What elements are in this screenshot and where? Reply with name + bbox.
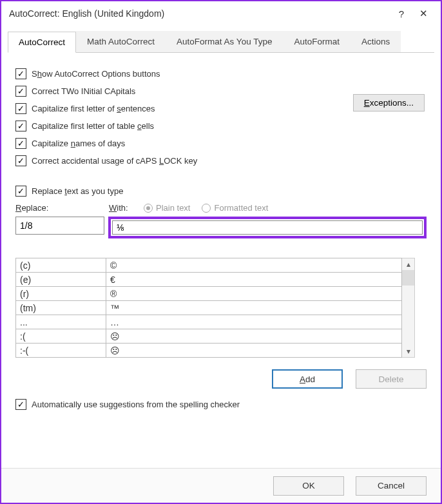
table-row[interactable]: (tm)™ — [16, 301, 402, 315]
table-row[interactable]: (r)® — [16, 287, 402, 301]
close-button[interactable]: ✕ — [412, 4, 434, 23]
window-title: AutoCorrect: English (United Kingdom) — [9, 8, 390, 19]
table-row[interactable]: ...… — [16, 315, 402, 329]
with-input-highlight — [108, 217, 427, 238]
with-input[interactable] — [112, 220, 423, 235]
option-capitalize-days[interactable]: Capitalize names of days — [15, 138, 427, 149]
tab-autoformat[interactable]: AutoFormat — [283, 31, 351, 52]
option-show-autocorrect-buttons[interactable]: Show AutoCorrect Options buttons — [15, 68, 427, 79]
dialog-content: Show AutoCorrect Options buttons Correct… — [1, 53, 441, 423]
tab-math-autocorrect[interactable]: Math AutoCorrect — [76, 31, 166, 52]
exceptions-button[interactable]: Exceptions... — [353, 94, 425, 111]
checkbox-icon — [15, 186, 26, 197]
table-row[interactable]: :-(☹ — [16, 344, 402, 358]
replace-with-header: Replace: With: Plain text Formatted text — [15, 203, 427, 213]
scroll-up-icon[interactable]: ▴ — [407, 258, 410, 270]
ok-button[interactable]: OK — [273, 476, 344, 496]
tab-autoformat-as-you-type[interactable]: AutoFormat As You Type — [166, 31, 283, 52]
tab-actions[interactable]: Actions — [351, 31, 401, 52]
checkbox-icon — [15, 121, 26, 131]
tab-autocorrect[interactable]: AutoCorrect — [8, 32, 76, 53]
tab-bar: AutoCorrect Math AutoCorrect AutoFormat … — [8, 31, 434, 53]
option-caps-lock[interactable]: Correct accidental usage of cAPS LOCK ke… — [15, 155, 427, 166]
option-capitalize-table-cells[interactable]: Capitalize first letter of table cells — [15, 121, 427, 131]
radio-icon — [144, 204, 153, 213]
radio-formatted-text: Formatted text — [202, 203, 268, 213]
option-replace-text[interactable]: Replace text as you type — [15, 186, 427, 197]
checkbox-icon — [15, 138, 26, 149]
add-button[interactable]: Add — [272, 369, 343, 389]
option-auto-suggestions[interactable]: Automatically use suggestions from the s… — [15, 399, 427, 410]
replace-label: Replace: — [15, 203, 109, 213]
title-bar: AutoCorrect: English (United Kingdom) ? … — [1, 1, 441, 26]
table-row[interactable]: :(☹ — [16, 329, 402, 344]
table-row[interactable]: (e)€ — [16, 273, 402, 287]
with-label: With: — [109, 203, 141, 213]
checkbox-icon — [15, 68, 26, 79]
scroll-thumb[interactable] — [402, 270, 414, 286]
cancel-button[interactable]: Cancel — [356, 476, 427, 496]
replace-input[interactable] — [15, 217, 104, 235]
checkbox-icon — [15, 155, 26, 166]
checkbox-icon — [15, 103, 26, 114]
help-button[interactable]: ? — [390, 4, 412, 23]
delete-button[interactable]: Delete — [356, 369, 427, 389]
radio-plain-text: Plain text — [144, 203, 190, 213]
checkbox-icon — [15, 399, 26, 410]
scroll-down-icon[interactable]: ▾ — [407, 345, 410, 357]
scrollbar[interactable]: ▴ ▾ — [402, 258, 415, 358]
table-row[interactable]: (c)© — [16, 258, 402, 273]
replacements-table[interactable]: (c)©(e)€(r)®(tm)™...…:(☹:-(☹ — [15, 258, 402, 358]
bottom-bar: OK Cancel — [1, 468, 441, 503]
radio-icon — [202, 204, 211, 213]
checkbox-icon — [15, 86, 26, 97]
